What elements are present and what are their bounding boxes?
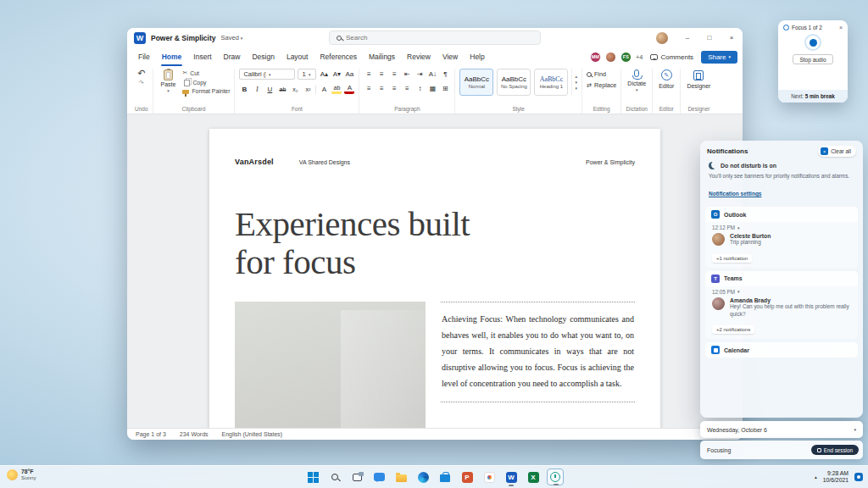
styles-gallery-more[interactable]: ▾	[575, 86, 577, 91]
search-input[interactable]	[346, 34, 533, 42]
grow-font-button[interactable]: A▴	[319, 69, 329, 80]
strikethrough-button[interactable]: ab	[277, 84, 287, 94]
calendar-group-header[interactable]: Calendar	[705, 342, 858, 358]
maximize-button[interactable]: □	[698, 28, 721, 47]
notification-settings-link[interactable]: Notification settings	[709, 191, 761, 197]
end-session-button[interactable]: End session	[811, 445, 859, 455]
word-count[interactable]: 234 Words	[180, 431, 209, 437]
format-painter-button[interactable]: Format Painter	[182, 88, 230, 94]
chat-button[interactable]	[370, 469, 387, 485]
subscript-button[interactable]: x₂	[290, 84, 300, 94]
align-right-icon[interactable]: ≡	[389, 83, 399, 93]
bold-button[interactable]: B	[239, 84, 249, 94]
desktop[interactable]: W Power & Simplicity Saved ▾ – □ × File …	[0, 0, 868, 488]
language-indicator[interactable]: English (United States)	[222, 431, 283, 437]
tab-view[interactable]: View	[437, 47, 464, 66]
taskbar-weather[interactable]: 78°F Sunny	[7, 469, 36, 481]
indent-icon[interactable]: ⇥	[415, 69, 425, 79]
font-color-button[interactable]: A	[344, 84, 354, 94]
outlook-group-header[interactable]: O Outlook	[705, 207, 858, 222]
underline-button[interactable]: U	[264, 84, 275, 94]
change-case-button[interactable]: Aa	[344, 69, 354, 80]
styles-scroll-down[interactable]: ▾	[575, 80, 577, 85]
multilevel-list-icon[interactable]: ≡	[389, 69, 399, 79]
coauthor-avatar-fs[interactable]: FS	[620, 52, 632, 63]
notification-item-teams[interactable]: Amanda Brady Hey! Can you help me out wi…	[705, 296, 858, 319]
clock-app-button[interactable]	[547, 469, 564, 485]
line-spacing-icon[interactable]: ↕	[415, 83, 425, 93]
coauthor-avatar-mm[interactable]: MM	[590, 52, 601, 63]
superscript-button[interactable]: x²	[303, 84, 313, 94]
paste-button[interactable]: Paste ▾	[158, 69, 180, 93]
sort-icon[interactable]: A↓	[427, 69, 437, 79]
autosave-status[interactable]: Saved ▾	[221, 34, 243, 42]
document-canvas[interactable]: VanArsdel VA Shared Designs Power & Simp…	[127, 114, 743, 428]
tab-help[interactable]: Help	[464, 47, 490, 66]
date-bar[interactable]: Wednesday, October 6 ▾	[700, 421, 863, 438]
word-titlebar[interactable]: W Power & Simplicity Saved ▾ – □ ×	[127, 28, 743, 47]
tab-insert[interactable]: Insert	[187, 47, 217, 66]
office-button[interactable]	[481, 469, 498, 485]
redo-button[interactable]: ↷	[139, 80, 144, 86]
style-heading1[interactable]: AaBbCc Heading 1	[534, 69, 568, 96]
find-button[interactable]: Find	[587, 70, 616, 78]
minimize-button[interactable]: –	[676, 28, 698, 47]
document-page[interactable]: VanArsdel VA Shared Designs Power & Simp…	[209, 129, 660, 428]
tab-draw[interactable]: Draw	[218, 47, 247, 66]
account-avatar[interactable]	[656, 32, 668, 44]
taskbar-clock[interactable]: 9:28 AM 10/6/2021	[823, 470, 849, 485]
edge-button[interactable]	[415, 469, 431, 485]
tab-mailings[interactable]: Mailings	[363, 47, 401, 66]
tab-design[interactable]: Design	[246, 47, 280, 66]
tab-review[interactable]: Review	[401, 47, 437, 66]
highlight-color-button[interactable]: ab	[331, 84, 342, 94]
tray-overflow-chevron[interactable]: ▴	[815, 474, 817, 480]
store-button[interactable]	[437, 469, 453, 485]
replace-button[interactable]: ⇄ Replace	[587, 81, 616, 89]
stop-audio-button[interactable]: Stop audio	[793, 54, 832, 64]
teams-group-header[interactable]: T Teams	[705, 271, 858, 286]
teams-time-row[interactable]: 12:05 PM ▾	[705, 286, 858, 296]
clear-all-button[interactable]: × Clear all	[818, 146, 856, 157]
text-effects-button[interactable]: A	[319, 84, 329, 94]
outlook-more-chip[interactable]: +1 notification	[712, 254, 752, 263]
font-size-combo[interactable]: 11 ▾	[298, 69, 316, 80]
style-no-spacing[interactable]: AaBbCc No Spacing	[497, 69, 531, 96]
outdent-icon[interactable]: ⇤	[402, 69, 412, 79]
page-indicator[interactable]: Page 1 of 3	[136, 431, 166, 437]
justify-icon[interactable]: ≡	[402, 83, 412, 93]
tab-layout[interactable]: Layout	[281, 47, 314, 66]
notification-badge-icon[interactable]	[854, 473, 863, 481]
teams-more-chip[interactable]: +2 notifications	[712, 325, 754, 334]
font-family-combo[interactable]: Calibri (Body) ▾	[239, 69, 295, 80]
word-button[interactable]: W	[503, 469, 520, 485]
file-explorer-button[interactable]	[392, 469, 409, 485]
taskbar-search-button[interactable]	[326, 469, 343, 485]
borders-icon[interactable]: ⊞	[440, 83, 450, 93]
tab-references[interactable]: References	[314, 47, 362, 66]
align-center-icon[interactable]: ≡	[376, 83, 387, 93]
tab-home[interactable]: Home	[156, 47, 188, 66]
style-normal[interactable]: AaBbCc Normal	[459, 69, 493, 96]
coauthor-avatar-photo[interactable]	[605, 52, 616, 63]
outlook-time-row[interactable]: 12:12 PM ▾	[705, 222, 858, 231]
shading-icon[interactable]: ▦	[427, 83, 437, 93]
powerpoint-button[interactable]: P	[459, 469, 476, 485]
shrink-font-button[interactable]: A▾	[331, 69, 342, 80]
coauthor-more-count[interactable]: +4	[636, 53, 643, 61]
task-view-button[interactable]	[348, 469, 365, 485]
dictate-button[interactable]: Dictate ▾	[626, 69, 648, 92]
tab-file[interactable]: File	[132, 47, 156, 66]
excel-button[interactable]: X	[525, 469, 542, 485]
numbering-icon[interactable]: ≡	[376, 69, 387, 79]
italic-button[interactable]: I	[252, 84, 262, 94]
start-button[interactable]	[304, 469, 321, 485]
editor-button[interactable]: ✎ Editor	[657, 69, 676, 89]
bullets-icon[interactable]: ≡	[364, 69, 374, 79]
close-button[interactable]: ×	[721, 28, 743, 47]
align-left-icon[interactable]: ≡	[364, 83, 374, 93]
copy-button[interactable]: Copy	[182, 78, 230, 86]
undo-button[interactable]: ↶	[137, 69, 145, 78]
designer-button[interactable]: Designer	[685, 69, 712, 89]
notification-item-outlook[interactable]: Celeste Burton Trip planning	[705, 231, 858, 248]
